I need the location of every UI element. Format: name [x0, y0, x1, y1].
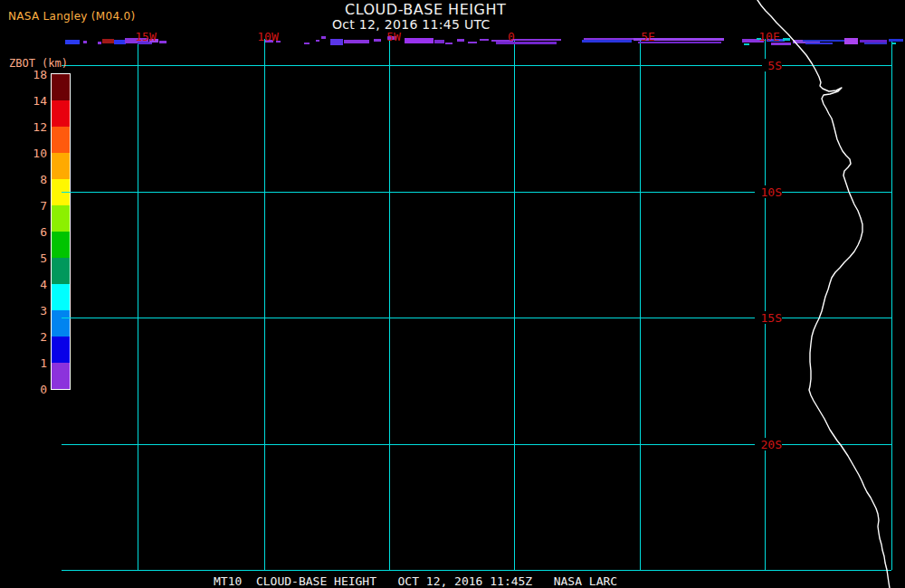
- colorbar-segment: [52, 232, 70, 258]
- chart-canvas: 1814121087654321015W10W5W05E10E5S10S15S2…: [0, 0, 905, 588]
- cloud-pixel: [102, 39, 114, 43]
- colorbar-segment: [52, 127, 70, 153]
- x-tick-label: 15W: [135, 30, 157, 43]
- colorbar-tick-label: 0: [40, 383, 47, 396]
- y-tick-label: 20S: [761, 438, 782, 451]
- colorbar-tick-label: 5: [40, 251, 47, 265]
- colorbar-tick-label: 14: [33, 94, 47, 108]
- x-tick-label: 5W: [386, 30, 401, 43]
- footer-caption: MT10 CLOUD-BASE HEIGHT OCT 12, 2016 11:4…: [214, 574, 617, 588]
- colorbar-tick-label: 7: [40, 199, 47, 213]
- x-tick-label: 10E: [758, 30, 779, 43]
- colorbar-segment: [52, 310, 70, 337]
- colorbar-tick-label: 6: [40, 225, 47, 239]
- colorbar-tick-label: 4: [40, 278, 47, 291]
- cloud-pixel: [316, 40, 319, 42]
- cloud-pixel: [434, 40, 444, 43]
- plot-window: 1814121087654321015W10W5W05E10E5S10S15S2…: [0, 0, 905, 588]
- cloud-pixel: [805, 43, 833, 44]
- colorbar-segment: [52, 284, 70, 310]
- colorbar-title: ZBOT (km): [9, 57, 68, 70]
- colorbar-tick-label: 18: [33, 68, 47, 81]
- cloud-pixel: [468, 42, 477, 43]
- cloud-pixel: [457, 39, 464, 42]
- colorbar-tick-label: 8: [40, 173, 47, 186]
- cloud-pixel: [860, 40, 887, 43]
- colorbar-tick-label: 1: [40, 356, 47, 370]
- cloud-pixel: [445, 43, 452, 44]
- cloud-pixel: [496, 42, 557, 44]
- cloud-pixel: [344, 40, 369, 43]
- colorbar-segment: [52, 100, 70, 127]
- cloud-pixel: [783, 38, 790, 41]
- cloud-pixel: [98, 42, 101, 44]
- cloud-pixel: [374, 39, 381, 42]
- cloud-pixel: [844, 38, 858, 44]
- colorbar-segment: [52, 258, 70, 284]
- datetime-label: Oct 12, 2016 11:45 UTC: [332, 17, 491, 32]
- colorbar-tick-label: 2: [40, 330, 47, 344]
- x-tick-label: 5E: [641, 30, 655, 43]
- x-tick-label: 10W: [257, 30, 279, 43]
- cloud-pixel: [582, 40, 632, 43]
- cloud-pixel: [803, 40, 844, 42]
- colorbar-segment: [52, 363, 70, 389]
- colorbar-segment: [52, 153, 70, 179]
- y-tick-label: 5S: [767, 59, 782, 72]
- colorbar-tick-label: 10: [33, 147, 47, 160]
- cloud-pixel: [83, 41, 87, 43]
- cloud-pixel: [405, 38, 433, 43]
- cloud-pixel: [480, 39, 489, 41]
- colorbar-segment: [52, 74, 70, 100]
- cloud-pixel: [114, 40, 126, 44]
- cloud-pixel: [584, 38, 636, 40]
- y-tick-label: 10S: [761, 185, 782, 199]
- credit-label: NASA Langley (M04.0): [8, 10, 135, 23]
- cloud-pixel: [330, 39, 343, 45]
- colorbar-segment: [52, 337, 70, 363]
- colorbar-segment: [52, 205, 70, 232]
- cloud-pixel: [891, 43, 896, 44]
- cloud-pixel: [321, 36, 326, 39]
- cloud-pixel: [511, 39, 561, 41]
- cloud-pixel: [889, 39, 903, 42]
- page-title: CLOUD-BASE HEIGHT: [345, 1, 506, 18]
- cloud-pixel: [744, 43, 749, 45]
- cloud-pixel: [159, 41, 167, 43]
- cloud-pixel: [304, 43, 310, 44]
- colorbar-tick-label: 12: [33, 120, 47, 134]
- x-tick-label: 0: [508, 30, 515, 43]
- y-tick-label: 15S: [761, 311, 782, 325]
- cloud-pixel: [864, 43, 887, 44]
- coastline-path: [757, 0, 890, 588]
- colorbar-tick-label: 3: [40, 304, 47, 318]
- cloud-pixel: [65, 40, 80, 44]
